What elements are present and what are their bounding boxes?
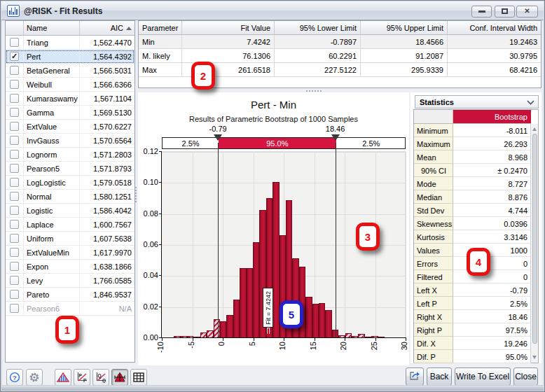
checkbox[interactable]: [10, 234, 19, 243]
distribution-list: Name AIC Triang1,562.4470✓Pert1,564.4392…: [5, 20, 135, 363]
distribution-row[interactable]: Triang1,562.4470: [6, 36, 134, 50]
distribution-row[interactable]: Normal1,580.1251: [6, 190, 134, 204]
checkbox[interactable]: [10, 108, 19, 117]
fit-delimiters-icon: [113, 372, 126, 383]
data-grid-button[interactable]: [130, 369, 147, 386]
distribution-row[interactable]: ✓Pert1,564.4392: [6, 50, 134, 64]
checkbox[interactable]: [10, 276, 19, 285]
band-left-marker-handle[interactable]: [214, 134, 222, 141]
param-row: Min7.4242-0.789718.456619.2463: [139, 35, 541, 49]
name-column-header[interactable]: Name: [24, 21, 80, 35]
statistic-label: Errors: [414, 257, 453, 270]
distribution-row[interactable]: Logistic1,586.4042: [6, 204, 134, 218]
close-button[interactable]: Close: [513, 368, 538, 386]
param-name: M. likely: [139, 49, 182, 63]
stat-label-header: [414, 110, 453, 124]
maximize-button[interactable]: [495, 6, 515, 18]
distribution-row[interactable]: Levy1,766.0585: [6, 274, 134, 288]
statistics-dropdown[interactable]: Statistics: [415, 95, 539, 108]
distribution-row[interactable]: Laplace1,600.7567: [6, 218, 134, 232]
write-to-excel-button[interactable]: Write To Excel: [455, 368, 511, 386]
callout-4: 4: [467, 248, 490, 276]
back-button[interactable]: Back: [427, 368, 452, 386]
distribution-row[interactable]: Pareto1,846.9537: [6, 288, 134, 302]
distribution-row[interactable]: Expon1,638.1866: [6, 260, 134, 274]
band-right-marker-handle[interactable]: [331, 134, 340, 141]
statistic-value: -8.011: [453, 124, 531, 137]
distribution-aic: 1,571.2803: [80, 148, 134, 161]
distribution-name: BetaGeneral: [24, 64, 80, 77]
distribution-row[interactable]: InvGauss1,570.6564: [6, 134, 134, 148]
checkbox[interactable]: [10, 150, 19, 159]
checkbox[interactable]: [10, 220, 19, 229]
statistic-row: Left P2.5%: [414, 297, 538, 310]
checkbox[interactable]: [10, 164, 19, 173]
param-value: 19.2463: [448, 35, 541, 49]
distribution-row[interactable]: Pearson6N/A: [6, 302, 134, 316]
distribution-row[interactable]: LogLogistic1,579.0518: [6, 176, 134, 190]
histogram-bar: [305, 297, 312, 338]
statistic-value: 95.0%: [453, 350, 531, 363]
callout-2: 2: [191, 62, 215, 90]
param-column-header: 95% Upper Limit: [361, 21, 448, 35]
scroll-up-arrow[interactable]: [532, 127, 537, 131]
statistic-value: 0.0396: [453, 217, 531, 230]
aic-column-header[interactable]: AIC: [80, 21, 134, 35]
statistic-label: Skewness: [414, 217, 453, 230]
settings-button[interactable]: [26, 369, 43, 386]
statistic-row: Skewness0.0396: [414, 217, 538, 230]
x-axis-tick-label: 30: [400, 342, 408, 350]
statistics-scrollbar[interactable]: [530, 124, 538, 363]
statistic-value: 97.5%: [453, 323, 531, 337]
distribution-row[interactable]: BetaGeneral1,566.5031: [6, 64, 134, 78]
vertical-splitter[interactable]: [134, 187, 137, 205]
checkbox[interactable]: [10, 206, 19, 215]
checkbox[interactable]: [10, 136, 19, 145]
checkbox[interactable]: [10, 38, 19, 47]
close-window-button[interactable]: ✕: [516, 6, 538, 18]
distribution-row[interactable]: Gamma1,569.5130: [6, 106, 134, 120]
checkbox[interactable]: [10, 192, 19, 201]
distribution-row[interactable]: Kumaraswamy1,567.1104: [6, 92, 134, 106]
statistic-row: Maximum26.293: [414, 137, 538, 150]
distribution-row[interactable]: Lognorm1,571.2803: [6, 148, 134, 162]
export-button[interactable]: [406, 368, 424, 386]
distribution-row[interactable]: Uniform1,607.5638: [6, 232, 134, 246]
pp-plot-button[interactable]: PP: [74, 369, 90, 386]
distribution-row[interactable]: Weibull1,566.6366: [6, 78, 134, 92]
scrollbar-thumb[interactable]: [532, 134, 537, 344]
distribution-aic: 1,586.4042: [80, 204, 134, 217]
minimize-button[interactable]: [471, 6, 492, 18]
fit-comparison-button[interactable]: [55, 369, 71, 386]
distribution-aic: 1,617.9970: [80, 246, 134, 259]
distribution-row[interactable]: Pearson51,571.8793: [6, 162, 134, 176]
param-value: 60.2291: [275, 49, 361, 63]
distribution-name: LogLogistic: [24, 176, 80, 189]
fit-delimiters-button[interactable]: [111, 369, 128, 386]
statistic-label: Median: [414, 190, 453, 204]
qq-plot-icon: QQ: [95, 372, 107, 383]
distribution-row[interactable]: ExtValueMin1,617.9970: [6, 246, 134, 260]
help-button[interactable]: ?: [6, 369, 23, 386]
statistics-table: Bootstrap Minimum-8.011Maximum26.293Mean…: [413, 109, 539, 363]
distribution-row[interactable]: ExtValue1,570.6227: [6, 120, 134, 134]
checkbox[interactable]: [10, 304, 19, 313]
checkbox[interactable]: ✓: [10, 52, 19, 61]
checkbox[interactable]: [10, 262, 19, 271]
checkbox[interactable]: [10, 66, 19, 75]
scroll-down-arrow[interactable]: [532, 356, 537, 359]
qq-plot-button[interactable]: QQ: [92, 369, 109, 386]
statistic-value: 26.293: [453, 137, 531, 150]
checkbox[interactable]: [10, 80, 19, 89]
histogram-bar: [240, 268, 246, 338]
checkbox[interactable]: [10, 178, 19, 187]
statistic-row: Median8.876: [414, 190, 538, 204]
checkbox[interactable]: [10, 248, 19, 257]
statistic-label: Kurtosis: [414, 230, 453, 244]
checkbox-column-header[interactable]: [6, 21, 24, 35]
statistic-value: 18.46: [453, 310, 531, 323]
checkbox[interactable]: [10, 122, 19, 131]
checkbox[interactable]: [10, 94, 19, 103]
help-icon: ?: [9, 372, 20, 383]
checkbox[interactable]: [10, 290, 19, 299]
